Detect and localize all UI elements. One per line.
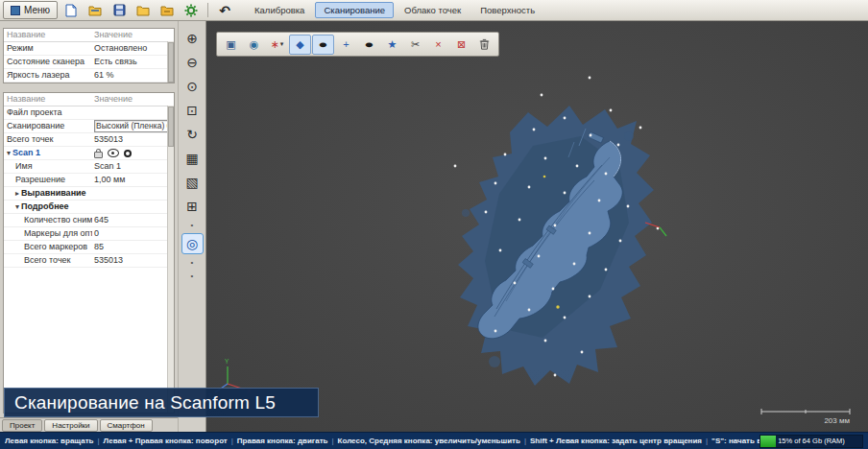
point-cloud-icon[interactable]: ● [312, 35, 334, 55]
row-name: ▾Подробнее [4, 201, 92, 213]
zoom-in-icon[interactable]: ⊕ [181, 28, 204, 49]
rotation-center-icon[interactable]: ◎ [181, 233, 204, 254]
main-toolbar: Меню [0, 0, 868, 21]
row-value [92, 147, 168, 159]
undo-icon: ↶ [219, 4, 230, 17]
table-row[interactable]: Количество сним...645 [4, 214, 168, 227]
rotate-view-icon[interactable]: ↻ [181, 124, 204, 145]
folder-alt-icon [160, 5, 174, 16]
point-cloud-alt-icon[interactable]: ● [358, 35, 380, 55]
lock-icon[interactable] [94, 152, 103, 158]
table-row[interactable]: ИмяScan 1 [4, 160, 168, 174]
hint-segment: Левая кнопка: вращать [5, 437, 94, 445]
scrollbar[interactable] [167, 106, 174, 413]
open-folder-icon [88, 5, 102, 16]
select-circle-icon[interactable] [124, 150, 132, 157]
import-button[interactable] [133, 1, 154, 20]
table-row[interactable]: Всего точек535013 [4, 254, 168, 268]
tab-calibration[interactable]: Калибровка [246, 2, 313, 18]
tab-point-cloud[interactable]: Облако точек [396, 2, 470, 18]
row-name: ▸Выравнивание [4, 187, 92, 200]
new-scan-icon[interactable]: ▣ [220, 35, 242, 55]
row-name: Разрешение [4, 174, 92, 186]
table-row[interactable]: СканированиеВысокий (Пленка) 6.0... [4, 120, 168, 133]
expander-icon[interactable]: ▾ [15, 202, 19, 211]
table-row[interactable]: Яркость лазера61 % [4, 69, 168, 83]
dropdown-arrow-icon[interactable]: ▾ [280, 40, 284, 48]
expander-icon[interactable]: ▸ [15, 189, 19, 198]
row-value: 0 [92, 227, 168, 240]
pan-icon[interactable]: ⊞ [181, 196, 204, 217]
sphere-icon[interactable]: ◉ [243, 35, 265, 55]
table-row[interactable]: ▾Scan 1 [4, 147, 168, 160]
3d-viewport[interactable]: Y X Z 203 мм ▣◉∗▾◆●+●★✂×⊠ [206, 21, 868, 432]
view-dot-3-icon[interactable]: • [181, 271, 204, 281]
row-name: ▾Scan 1 [4, 147, 92, 159]
row-name: Режим [4, 42, 92, 55]
fan-selection-icon[interactable]: ◆ [289, 35, 311, 55]
save-project-button[interactable] [108, 1, 130, 20]
banner-text: Сканирование на Scanform L5 [14, 392, 276, 414]
row-value: 645 [92, 214, 168, 226]
menu-label: Меню [24, 5, 50, 15]
bottom-tab-project[interactable]: Проект [2, 419, 42, 432]
row-value: 61 % [92, 69, 168, 82]
scrollbar[interactable] [167, 41, 174, 83]
table-row[interactable]: Состояние сканераЕсть связь [4, 56, 168, 69]
column-header-name: Название [4, 93, 92, 106]
hint-segment: "S": начать выбор [711, 437, 760, 445]
3d-scene[interactable]: Y X Z 203 мм [206, 21, 868, 432]
video-caption-banner: Сканирование на Scanform L5 [4, 388, 319, 417]
scrollbar-thumb[interactable] [168, 106, 174, 147]
settings-gear-icon [184, 4, 198, 17]
hint-segment: Колесо, Средняя кнопка: увеличить/уменьш… [338, 437, 520, 445]
add-points-icon[interactable]: + [335, 35, 357, 55]
tab-scanning[interactable]: Сканирование [315, 2, 394, 18]
frame-select-icon[interactable]: ▧ [181, 172, 204, 193]
new-document-icon [65, 4, 77, 17]
row-value: Высокий (Пленка) 6.0... [92, 120, 168, 132]
scan-quality-combo[interactable]: Высокий (Пленка) 6.0... [94, 120, 168, 132]
new-project-button[interactable] [60, 1, 82, 20]
row-value [92, 106, 168, 119]
delete-selection-icon[interactable]: × [427, 35, 449, 55]
sparkle-select-icon[interactable]: ★ [381, 35, 403, 55]
cut-icon[interactable]: ✂ [404, 35, 426, 55]
open-project-button[interactable] [84, 1, 106, 20]
markers-icon[interactable]: ∗▾ [266, 35, 288, 55]
table-row[interactable]: РежимОстановлено [4, 42, 168, 56]
scrollbar-thumb[interactable] [168, 42, 174, 83]
table-row[interactable]: Всего точек535013 [4, 133, 168, 147]
zoom-fit-icon[interactable]: ⊙ [181, 76, 204, 97]
zoom-out-icon[interactable]: ⊖ [181, 52, 204, 73]
tab-surface[interactable]: Поверхность [471, 2, 543, 18]
main-tabs: КалибровкаСканированиеОблако точекПоверх… [246, 0, 543, 20]
table-row[interactable]: ▾Подробнее [4, 201, 168, 214]
scale-label: 203 мм [824, 416, 850, 425]
row-value: Scan 1 [92, 160, 168, 173]
scanner-status-table: Название Значение РежимОстановленоСостоя… [3, 28, 175, 83]
expander-icon[interactable]: ▾ [7, 149, 11, 157]
bottom-tab-settings[interactable]: Настройки [44, 419, 97, 432]
ram-gauge: 15% of 64 Gb (RAM) [760, 435, 863, 448]
view-dot-2-icon[interactable]: • [181, 257, 204, 268]
zoom-window-icon[interactable]: ⊡ [181, 100, 204, 121]
view-dot-1-icon[interactable]: • [181, 220, 204, 230]
table-row[interactable]: Маркеры для опт...0 [4, 227, 168, 241]
bottom-tab-smartphone[interactable]: Смартфон [100, 419, 153, 432]
settings-button[interactable] [181, 1, 202, 20]
visibility-eye-icon[interactable] [108, 149, 119, 157]
table-row[interactable]: Разрешение1,00 мм [4, 174, 168, 187]
menu-button[interactable]: Меню [3, 1, 58, 19]
folder-icon [136, 5, 150, 16]
undo-button[interactable]: ↶ [214, 1, 235, 20]
export-button[interactable] [157, 1, 178, 20]
column-header-value: Значение [92, 29, 168, 41]
table-row[interactable]: ▸Выравнивание [4, 187, 168, 201]
axis-y-label: Y [225, 358, 229, 365]
grid-icon[interactable]: ▦ [181, 148, 204, 169]
trash-icon[interactable] [473, 35, 495, 55]
table-row[interactable]: Всего маркеров85 [4, 241, 168, 254]
clear-all-icon[interactable]: ⊠ [450, 35, 472, 55]
table-row[interactable]: Файл проекта [4, 106, 168, 120]
